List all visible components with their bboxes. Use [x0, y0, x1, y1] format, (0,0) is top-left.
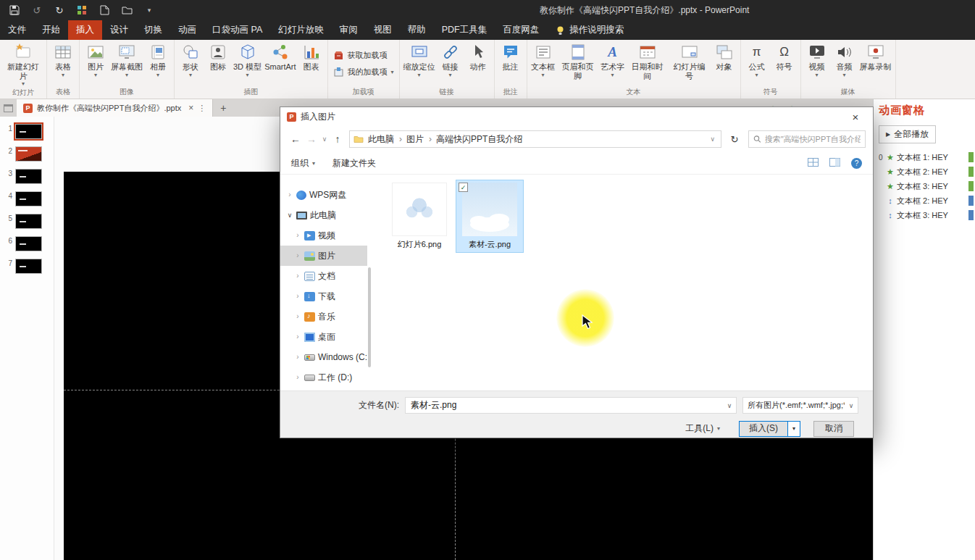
tree-item[interactable]: 工作 (D:)	[280, 367, 367, 388]
tree-item[interactable]: 音乐	[280, 306, 367, 327]
qat-customize-icon[interactable]: ▾	[143, 4, 155, 16]
breadcrumb-segment[interactable]: 此电脑	[366, 133, 404, 146]
up-icon[interactable]: ↑	[330, 133, 346, 145]
recent-locations-icon[interactable]: ∨	[319, 135, 330, 143]
ribbon-tab[interactable]: PDF工具集	[434, 20, 495, 40]
3d-models-button[interactable]: 3D 模型 ▾	[232, 41, 263, 86]
insert-dropdown-icon[interactable]: ▾	[787, 422, 800, 436]
expand-arrow-icon[interactable]	[294, 313, 301, 320]
back-icon[interactable]: ←	[288, 133, 304, 145]
document-tab[interactable]: P 教你制作《高端快闪PPT自我介绍》.pptx × ⋮	[17, 99, 213, 117]
ribbon-tab[interactable]: 文件	[0, 20, 34, 40]
filename-combo[interactable]: ∨	[405, 397, 737, 414]
slide-thumbnail-row[interactable]: 2	[5, 146, 54, 162]
timing-bar[interactable]	[968, 181, 974, 191]
ribbon-tab[interactable]: 帮助	[400, 20, 434, 40]
slide-number-button[interactable]: 幻灯片编号	[669, 41, 711, 86]
refresh-icon[interactable]: ↻	[725, 134, 744, 145]
play-all-button[interactable]: ▶ 全部播放	[879, 125, 936, 143]
ribbon-tab[interactable]: 审阅	[332, 20, 366, 40]
tree-item[interactable]: Windows (C:)	[280, 347, 367, 367]
expand-arrow-icon[interactable]	[294, 354, 301, 361]
file-item-selected[interactable]: ✓ 素材-云.png	[456, 180, 523, 252]
picture-button[interactable]: 图片 ▾	[82, 41, 109, 86]
ribbon-tab[interactable]: 开始	[34, 20, 68, 40]
tree-item[interactable]: 此电脑	[280, 205, 367, 225]
ribbon-tab[interactable]: 百度网盘	[495, 20, 547, 40]
screenshot-button[interactable]: 屏幕截图 ▾	[109, 41, 144, 86]
pocket-animation-icon[interactable]	[76, 4, 88, 16]
new-slide-button[interactable]: 新建幻灯片 ▾	[2, 41, 44, 87]
close-tab-icon[interactable]: ×	[188, 103, 193, 113]
timing-bar[interactable]	[968, 152, 974, 162]
filetype-combo[interactable]: 所有图片(*.emf;*.wmf;*.jpg;*.j ∨	[742, 397, 858, 414]
audio-button[interactable]: 音频 ▾	[831, 41, 858, 86]
icons-button[interactable]: 图标	[204, 41, 232, 86]
cancel-button[interactable]: 取消	[813, 421, 854, 437]
zoom-button[interactable]: 缩放定位 ▾	[402, 41, 437, 86]
breadcrumb-segment[interactable]: 高端快闪PPT自我介绍	[434, 133, 524, 146]
search-input[interactable]	[765, 135, 861, 143]
ribbon-tab[interactable]: 幻灯片放映	[270, 20, 332, 40]
equation-button[interactable]: π 公式 ▾	[743, 41, 771, 86]
action-button[interactable]: 动作	[464, 41, 492, 86]
search-box[interactable]	[748, 130, 866, 148]
file-list[interactable]: 幻灯片6.png ✓ 素材-云.png	[374, 175, 870, 390]
slide-thumbnail[interactable]	[15, 146, 42, 162]
video-button[interactable]: 视频 ▾	[803, 41, 831, 86]
screen-recording-button[interactable]: 屏幕录制	[858, 41, 893, 86]
slide-thumbnail-row[interactable]: 3	[5, 169, 54, 184]
animation-item[interactable]: 文本框 3: HEY	[879, 179, 975, 193]
expand-arrow-icon[interactable]	[294, 232, 301, 239]
expand-arrow-icon[interactable]	[294, 374, 301, 381]
symbol-button[interactable]: Ω 符号	[771, 41, 798, 86]
chart-button[interactable]: 图表	[298, 41, 325, 86]
slide-thumbnail-row[interactable]: 7	[5, 259, 54, 274]
text-box-button[interactable]: 文本框 ▾	[530, 41, 557, 86]
table-button[interactable]: 表格 ▾	[49, 41, 77, 86]
expand-arrow-icon[interactable]	[294, 252, 301, 259]
ribbon-tab[interactable]: 口袋动画 PA	[204, 20, 270, 40]
slide-thumbnail[interactable]	[15, 214, 42, 229]
photo-album-button[interactable]: 相册 ▾	[144, 41, 172, 86]
expand-arrow-icon[interactable]	[294, 333, 301, 340]
tools-button[interactable]: 工具(L) ▾	[679, 420, 726, 437]
ribbon-tab[interactable]: 切换	[136, 20, 170, 40]
new-folder-button[interactable]: 新建文件夹	[332, 157, 376, 170]
tree-item[interactable]: WPS网盘	[280, 185, 367, 205]
object-button[interactable]: 对象	[711, 41, 738, 86]
link-button[interactable]: 链接 ▾	[437, 41, 464, 86]
slide-thumbnail-row[interactable]: 5	[5, 214, 54, 229]
checkbox-checked-icon[interactable]: ✓	[459, 183, 468, 192]
tree-item[interactable]: 下载	[280, 286, 367, 306]
save-icon[interactable]	[9, 4, 20, 16]
comment-button[interactable]: 批注	[497, 41, 524, 86]
animation-item[interactable]: 文本框 3: HEY	[879, 208, 975, 222]
expand-arrow-icon[interactable]	[294, 293, 301, 300]
insert-button[interactable]: 插入(S) ▾	[739, 421, 800, 437]
redo-icon[interactable]: ↻	[54, 4, 65, 16]
animation-item[interactable]: 文本框 2: HEY	[879, 193, 975, 208]
slide-thumbnail[interactable]	[15, 169, 42, 184]
timing-bar[interactable]	[968, 210, 974, 220]
tree-scrollbar[interactable]	[368, 267, 371, 367]
address-bar[interactable]: 此电脑 图片 高端快闪PPT自我介绍 ∨	[349, 130, 721, 148]
slide-thumbnail[interactable]	[15, 259, 42, 274]
forward-icon[interactable]: →	[304, 133, 319, 145]
view-thumbnails-icon[interactable]	[808, 158, 819, 169]
smartart-button[interactable]: SmartArt	[263, 41, 297, 86]
organize-button[interactable]: 组织 ▾	[291, 157, 315, 170]
tree-item[interactable]: 图片	[280, 246, 367, 266]
ribbon-tab[interactable]: 设计	[102, 20, 136, 40]
slide-thumbnail[interactable]	[15, 236, 42, 251]
expand-arrow-icon[interactable]	[286, 212, 293, 219]
tree-item[interactable]: 桌面	[280, 327, 367, 347]
dialog-title-bar[interactable]: P 插入图片 ×	[280, 107, 873, 126]
tree-item[interactable]: 视频	[280, 225, 367, 246]
slide-thumbnail-row[interactable]: 6	[5, 236, 54, 251]
slide-thumbnail-row[interactable]: 4	[5, 191, 54, 206]
preview-pane-icon[interactable]	[829, 158, 840, 169]
animation-item[interactable]: 0 文本框 1: HEY	[879, 150, 975, 164]
get-addins-button[interactable]: 获取加载项	[330, 49, 397, 62]
ribbon-tab[interactable]: 视图	[366, 20, 400, 40]
